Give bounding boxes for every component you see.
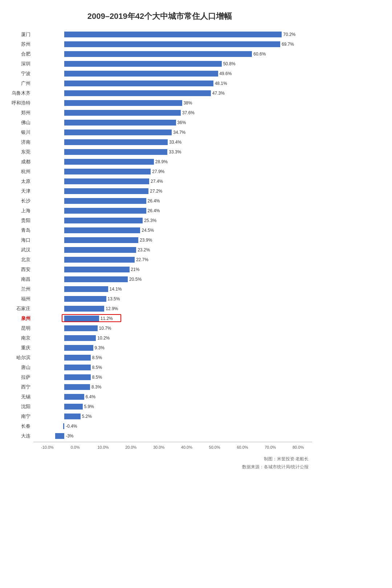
bar-value: 24.5%	[142, 228, 154, 233]
bar	[64, 237, 138, 243]
bar	[64, 208, 146, 214]
bar-value: 26.4%	[147, 208, 160, 213]
bar-container: 27.9%	[33, 168, 312, 175]
chart-row: 兰州14.1%	[7, 285, 312, 293]
bar-container: 23.2%	[33, 247, 312, 253]
bar-value: 26.4%	[147, 198, 160, 203]
bar-container: 8.5%	[33, 354, 312, 361]
bar-container: 24.5%	[33, 227, 312, 234]
chart-row: 长沙26.4%	[7, 197, 312, 205]
city-label: 沈阳	[7, 403, 33, 410]
bar	[64, 188, 148, 194]
city-label: 拉萨	[7, 374, 33, 381]
bar-value: 8.5%	[92, 375, 102, 380]
x-axis-tick: 40.0%	[173, 445, 201, 449]
bar-value: -0.4%	[66, 424, 77, 429]
bar	[64, 178, 149, 184]
bar-value: 49.6%	[219, 71, 232, 76]
bar	[64, 257, 135, 263]
bar-value: 38%	[183, 100, 192, 106]
bar-container: -0.4%	[33, 423, 312, 429]
bar-value: 10.7%	[99, 326, 111, 331]
x-axis-tick: 50.0%	[201, 445, 229, 449]
bar-container: 14.1%	[33, 286, 312, 292]
chart-row: 青岛24.5%	[7, 226, 312, 234]
bar-container: 8.5%	[33, 374, 312, 381]
chart-row: 厦门70.2%	[7, 30, 312, 38]
chart-row: 郑州37.6%	[7, 109, 312, 117]
bar	[64, 110, 181, 116]
city-label: 西安	[7, 266, 33, 273]
chart-row: 宁波49.6%	[7, 70, 312, 78]
bar-container: -3%	[33, 433, 312, 439]
bar-value: 5.9%	[84, 404, 94, 409]
bar-value: 28.9%	[155, 159, 168, 164]
city-label: 重庆	[7, 345, 33, 351]
chart-row: 海口23.9%	[7, 236, 312, 244]
bar-value: 50.8%	[223, 61, 236, 66]
bar-container: 8.5%	[33, 364, 312, 371]
city-label: 太原	[7, 178, 33, 185]
chart-row: 银川34.7%	[7, 128, 312, 136]
chart-row: 石家庄12.9%	[7, 305, 312, 313]
x-axis: -10.0%0.0%10.0%20.0%30.0%40.0%50.0%60.0%…	[33, 445, 312, 449]
chart-row: 泉州11.2%	[7, 314, 312, 322]
bar	[64, 355, 91, 361]
bar-container: 23.9%	[33, 237, 312, 243]
chart-row: 南宁5.2%	[7, 412, 312, 420]
bar-container: 25.3%	[33, 217, 312, 224]
bar-value: 27.9%	[152, 169, 164, 174]
city-label: 西宁	[7, 384, 33, 390]
chart-row: 上海26.4%	[7, 207, 312, 215]
bar	[64, 129, 172, 135]
bar	[64, 276, 128, 282]
bar-value: 48.1%	[215, 81, 227, 86]
city-label: 南宁	[7, 413, 33, 420]
bar	[64, 316, 99, 321]
bar-container: 50.8%	[33, 61, 312, 67]
bar-value: 11.2%	[101, 316, 113, 321]
city-label: 兰州	[7, 286, 33, 292]
bar	[64, 81, 213, 86]
bar	[64, 71, 218, 77]
city-label: 上海	[7, 207, 33, 214]
x-axis-tick: 30.0%	[145, 445, 173, 449]
bar-container: 6.4%	[33, 394, 312, 400]
bar	[64, 345, 93, 351]
chart-row: 呼和浩特38%	[7, 99, 312, 107]
x-axis-tick: 60.0%	[229, 445, 257, 449]
chart-area: 厦门70.2%苏州69.7%合肥60.6%深圳50.8%宁波49.6%广州48.…	[7, 30, 312, 449]
city-label: 泉州	[7, 315, 33, 322]
city-label: 深圳	[7, 61, 33, 67]
chart-row: 天津27.2%	[7, 187, 312, 195]
city-label: 郑州	[7, 110, 33, 116]
bar	[64, 100, 182, 106]
bar-value: 14.1%	[109, 287, 122, 292]
bar-value: 20.5%	[129, 277, 142, 282]
bar	[64, 32, 282, 37]
bar-value: -3%	[66, 433, 73, 439]
x-axis-tick: 10.0%	[89, 445, 117, 449]
bar-container: 12.9%	[33, 305, 312, 312]
city-label: 唐山	[7, 364, 33, 371]
bar-container: 33.3%	[33, 149, 312, 155]
bar-container: 26.4%	[33, 207, 312, 214]
chart-row: 南京10.2%	[7, 334, 312, 342]
chart-row: 佛山36%	[7, 119, 312, 127]
bar-container: 28.9%	[33, 159, 312, 165]
bar	[64, 296, 106, 302]
bar-value: 33.3%	[169, 149, 181, 155]
chart-row: 北京22.7%	[7, 256, 312, 264]
city-label: 呼和浩特	[7, 100, 33, 106]
city-label: 北京	[7, 256, 33, 263]
x-axis-tick: 70.0%	[256, 445, 284, 449]
bar-container: 60.6%	[33, 51, 312, 57]
bar-value: 22.7%	[136, 257, 148, 262]
bar-value: 25.3%	[144, 218, 156, 223]
bar-container: 38%	[33, 100, 312, 106]
bar-container: 69.7%	[33, 41, 312, 48]
bar	[64, 41, 280, 47]
bar	[64, 218, 143, 223]
city-label: 厦门	[7, 31, 33, 38]
bar	[64, 365, 91, 370]
